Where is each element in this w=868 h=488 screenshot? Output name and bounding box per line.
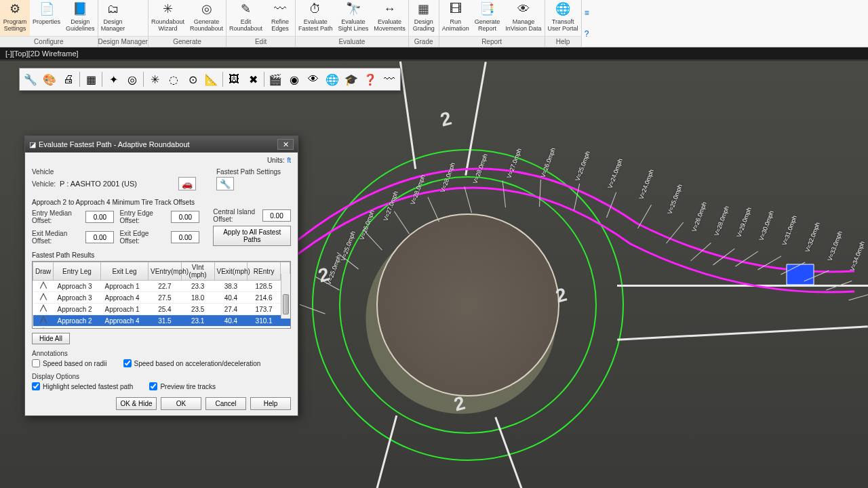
dialog-icon: ◪ — [29, 140, 36, 149]
speed-label: V=25.0mph — [574, 150, 591, 182]
toolbar-button[interactable]: ◎ — [123, 70, 141, 88]
toolbar-button[interactable]: 🖨 — [60, 70, 77, 88]
ribbon-side-button[interactable]: ≡ — [585, 8, 589, 18]
table-cell: 214.6 — [248, 292, 281, 304]
speed-tick — [666, 222, 684, 243]
exit-edge-label: Exit Edge Offset: — [119, 230, 165, 245]
table-cell: 25.4 — [149, 304, 182, 315]
table-header[interactable]: REntry — [248, 262, 281, 281]
chk-highlight[interactable]: Highlight selected fastest path — [32, 382, 133, 390]
entry-edge-input[interactable] — [171, 211, 199, 223]
toolbar-button[interactable]: 🎬 — [267, 70, 284, 88]
table-cell: 38.3 — [214, 281, 248, 292]
ribbon-button[interactable]: 📘DesignGuidelines — [63, 0, 98, 36]
ribbon-button[interactable]: 📄Properties — [30, 0, 63, 36]
close-button[interactable]: ✕ — [277, 139, 294, 150]
ribbon-button[interactable]: ✎EditRoundabout — [226, 0, 265, 36]
table-header[interactable]: Entry Leg — [54, 262, 101, 281]
toolbar-button[interactable]: ◉ — [285, 70, 303, 88]
vertical-scrollbar[interactable] — [281, 274, 290, 319]
ribbon-side-button[interactable]: ? — [585, 29, 589, 39]
table-cell: Approach 2 — [54, 304, 101, 315]
toolbar-button[interactable]: ▦ — [82, 70, 100, 88]
ribbon-button[interactable]: ↔EvaluateMovements — [371, 0, 408, 36]
toolbar-button[interactable]: 📐 — [203, 70, 220, 88]
ribbon-button-label: RunAnimation — [442, 19, 469, 33]
ok-hide-button[interactable]: OK & Hide — [116, 397, 157, 410]
fps-settings-button[interactable]: 🔧 — [216, 177, 234, 190]
table-cell: Approach 1 — [101, 281, 149, 292]
toolbar-button[interactable]: 〰 — [380, 70, 398, 88]
ribbon-button[interactable]: ✳RoundaboutWizard — [149, 0, 187, 36]
vehicle-picker-button[interactable]: 🚗 — [178, 177, 196, 190]
chk-tracks[interactable]: Preview tire tracks — [149, 382, 216, 390]
ribbon-icon: ✳ — [159, 1, 176, 18]
quick-toolbar: 🔧🎨🖨▦✦◎✳◌⊙📐🖼✖🎬◉👁🌐🎓❓〰 — [19, 68, 401, 91]
ribbon-button[interactable]: 🔭EvaluateSight Lines — [336, 0, 372, 36]
toolbar-button[interactable]: ✖ — [244, 70, 262, 88]
ribbon-button[interactable]: ◎GenerateRoundabout — [187, 0, 226, 36]
table-cell: 25.3 — [149, 327, 182, 329]
central-offset-input[interactable] — [262, 209, 291, 222]
results-table[interactable]: DrawEntry LegExit LegVEntry(mph)VInt (mp… — [33, 262, 290, 329]
dialog-titlebar[interactable]: ◪ Evaluate Fastest Path - Adaptive Round… — [25, 136, 298, 152]
ok-button[interactable]: OK — [161, 397, 201, 410]
toolbar-button[interactable]: ⊙ — [184, 70, 201, 88]
toolbar-button[interactable]: ◌ — [165, 70, 182, 88]
ribbon-button[interactable]: 📑GenerateReport — [472, 0, 503, 36]
table-header[interactable]: Draw — [33, 262, 54, 281]
table-cell — [33, 304, 54, 315]
table-cell: Approach 2 — [54, 327, 101, 329]
ribbon-button[interactable]: 〰RefineEdges — [265, 0, 295, 36]
speed-label: V=29.0mph — [735, 207, 752, 239]
toolbar-separator — [222, 72, 223, 87]
table-row[interactable]: Approach 2Approach 125.423.527.4173.7 — [33, 304, 290, 315]
exit-edge-input[interactable] — [171, 231, 199, 243]
table-cell — [33, 315, 54, 327]
table-row[interactable]: Approach 2Approach 325.318.5405.5172.6 — [33, 327, 290, 329]
ribbon-group: 🌐TransoftUser PortalHelp — [545, 0, 582, 47]
hide-all-button[interactable]: Hide All — [32, 333, 70, 344]
ribbon-button[interactable]: 👁ManageInVision Data — [502, 0, 544, 36]
ribbon-button[interactable]: ⏱EvaluateFastest Path — [296, 0, 336, 36]
table-cell: 18.5 — [181, 327, 214, 329]
ribbon-group: ✎EditRoundabout〰RefineEdgesEdit — [226, 0, 296, 47]
toolbar-button[interactable]: 🌐 — [323, 70, 341, 88]
toolbar-button[interactable]: ✦ — [104, 70, 122, 88]
speed-label: V=24.0mph — [638, 169, 655, 201]
cancel-button[interactable]: Cancel — [205, 397, 246, 410]
chk-radii[interactable]: Speed based on radii — [32, 359, 107, 367]
ribbon-group: 🗂DesignManagerDesign Manager — [98, 0, 149, 47]
ribbon-button[interactable]: 🗂DesignManager — [98, 0, 128, 36]
units-link[interactable]: ft — [287, 157, 291, 164]
ribbon-button[interactable]: ▦DesignGrading — [409, 0, 439, 36]
table-row[interactable]: Approach 3Approach 427.518.040.4214.6 — [33, 292, 290, 304]
table-row[interactable]: Approach 3Approach 122.723.338.3128.5 — [33, 281, 290, 292]
toolbar-button[interactable]: ✳ — [146, 70, 163, 88]
table-cell: 18.0 — [181, 292, 214, 304]
table-header[interactable]: VExit(mph) — [214, 262, 248, 281]
ribbon-icon: ◎ — [199, 1, 215, 18]
ribbon-icon: ✎ — [238, 1, 254, 18]
ribbon-button[interactable]: 🎞RunAnimation — [439, 0, 472, 36]
entry-median-input[interactable] — [85, 211, 114, 223]
apply-all-button[interactable]: Apply to All Fastest Paths — [213, 226, 291, 246]
toolbar-button[interactable]: 🎓 — [342, 70, 360, 88]
toolbar-button[interactable]: 🎨 — [41, 70, 58, 88]
toolbar-button[interactable]: 👁 — [304, 70, 322, 88]
ribbon-group-label: Evaluate — [296, 36, 408, 47]
table-row[interactable]: Approach 2Approach 431.523.140.4310.1 — [33, 315, 290, 327]
chk-accel[interactable]: Speed based on acceleration/deceleration — [123, 359, 261, 367]
toolbar-button[interactable]: 🔧 — [22, 70, 39, 88]
ribbon-group-label: Design Manager — [98, 36, 148, 47]
ribbon-button-label: DesignManager — [101, 19, 125, 33]
ribbon-button[interactable]: 🌐TransoftUser Portal — [545, 0, 581, 36]
exit-median-input[interactable] — [85, 231, 114, 243]
help-button[interactable]: Help — [250, 397, 291, 410]
toolbar-button[interactable]: ❓ — [361, 70, 379, 88]
table-header[interactable]: Exit Leg — [101, 262, 149, 281]
ribbon-button-label: Properties — [33, 19, 60, 26]
ribbon-button[interactable]: ⚙ProgramSettings — [0, 0, 30, 36]
toolbar-button[interactable]: 🖼 — [225, 70, 243, 88]
table-header[interactable]: VEntry(mph) — [149, 262, 182, 281]
